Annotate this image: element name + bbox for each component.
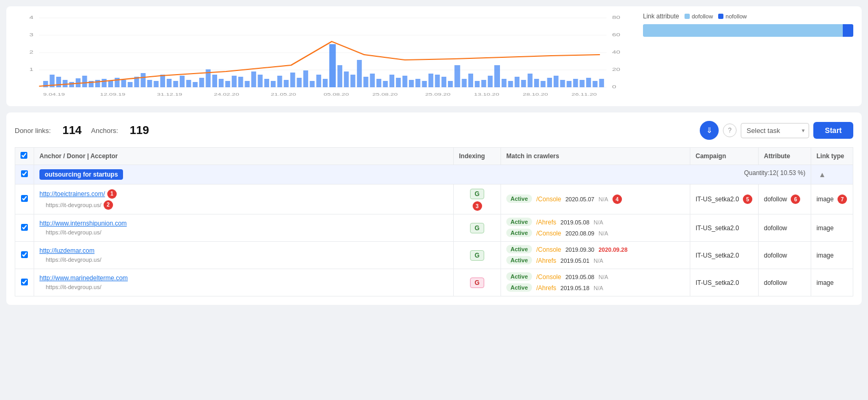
row3-url-main[interactable]: http://luzdemar.com	[39, 247, 95, 254]
svg-rect-93	[560, 80, 565, 87]
row2-url-sub: https://it-devgroup.us/	[46, 229, 101, 235]
row1-campaign: IT-US_setka2.0	[696, 196, 739, 203]
svg-rect-94	[567, 81, 571, 87]
dofollow-label: dofollow	[692, 13, 713, 19]
group-collapse-button[interactable]: ▲	[816, 170, 828, 179]
th-attribute: Attribute	[759, 148, 811, 165]
svg-rect-48	[264, 79, 269, 87]
svg-text:4: 4	[29, 15, 34, 20]
row2-active-badge-2: Active	[506, 229, 532, 237]
svg-rect-61	[351, 75, 355, 87]
download-button[interactable]: ⇓	[700, 121, 719, 140]
svg-rect-68	[396, 78, 401, 87]
row4-linktype-cell: image	[811, 269, 853, 296]
svg-rect-60	[344, 71, 349, 87]
row1-match-cell: Active /Console 2020.05.07 N/A 4	[501, 184, 690, 214]
svg-rect-24	[108, 81, 113, 87]
row4-na-1: N/A	[598, 274, 608, 280]
row1-badge-6: 6	[791, 194, 800, 204]
svg-text:0: 0	[612, 84, 616, 89]
row2-active-badge-1: Active	[506, 218, 532, 226]
row1-checkbox[interactable]	[21, 195, 28, 202]
svg-rect-81	[481, 80, 486, 87]
row4-active-badge-2: Active	[506, 283, 532, 292]
row4-g-badge-pink: G	[470, 278, 484, 288]
row4-anchor-cell: http://www.marinedelterme.com https://it…	[34, 269, 454, 296]
row1-url-main[interactable]: http://toeictrainers.com/	[39, 190, 105, 198]
bar-chart-container: 4 3 2 1 80 60 40 20 0	[15, 13, 632, 102]
svg-text:1: 1	[29, 67, 34, 72]
row4-attribute: dofollow	[764, 279, 787, 286]
select-all-checkbox[interactable]	[21, 152, 27, 159]
row3-match-cell: Active /Console 2019.09.30 2020.09.28 Ac…	[501, 242, 690, 269]
link-attribute-chart: Link attribute dofollow nofollow	[643, 13, 853, 102]
row2-attribute: dofollow	[764, 224, 787, 232]
svg-text:25.08.20: 25.08.20	[372, 92, 397, 96]
row2-crawler-ahrefs[interactable]: /Ahrefs	[536, 219, 556, 226]
row4-crawler-console[interactable]: /Console	[536, 273, 561, 281]
svg-rect-58	[329, 44, 335, 87]
row1-badge-2: 2	[104, 200, 113, 210]
select-task-dropdown[interactable]: Select task	[741, 123, 809, 138]
row4-checkbox[interactable]	[21, 279, 28, 285]
nofollow-color	[718, 14, 723, 19]
svg-text:25.09.20: 25.09.20	[425, 92, 451, 96]
row2-campaign: IT-US_setka2.0	[696, 224, 739, 232]
row3-checkbox[interactable]	[21, 251, 28, 258]
svg-rect-75	[442, 77, 446, 87]
svg-rect-30	[147, 80, 152, 87]
row1-badge-4: 4	[612, 194, 622, 204]
row3-active-badge-1: Active	[506, 245, 532, 253]
svg-text:9.04.19: 9.04.19	[43, 92, 65, 96]
group-header-row: outsourcing for startups Quantity:12( 10…	[15, 165, 853, 184]
group-quantity: Quantity:12( 10.53 %)	[744, 169, 805, 177]
svg-rect-41	[219, 79, 223, 87]
svg-rect-96	[580, 80, 585, 87]
row2-url-main[interactable]: http://www.internshipunion.com	[39, 220, 127, 227]
row3-crawler-console[interactable]: /Console	[536, 246, 561, 253]
group-checkbox-cell	[15, 165, 34, 184]
group-checkbox[interactable]	[21, 170, 28, 177]
svg-text:20: 20	[612, 67, 620, 72]
main-table-section: Donor links: 114 Anchors: 119 ⇓ ? Select…	[6, 112, 862, 305]
svg-rect-90	[540, 81, 545, 87]
row3-checkbox-cell	[15, 242, 34, 269]
row4-url-main[interactable]: http://www.marinedelterme.com	[39, 274, 128, 282]
row4-crawler-ahrefs[interactable]: /Ahrefs	[536, 284, 556, 292]
row2-checkbox[interactable]	[21, 224, 28, 231]
row3-crawler-ahrefs[interactable]: /Ahrefs	[536, 257, 556, 264]
table-head: Anchor / Donor | Acceptor Indexing Match…	[15, 148, 853, 165]
row4-checkbox-cell	[15, 269, 34, 296]
svg-rect-95	[573, 79, 578, 87]
svg-text:13.10.20: 13.10.20	[474, 92, 499, 96]
row1-indexing-cell: G 3	[454, 184, 501, 214]
row3-anchor-cell: http://luzdemar.com https://it-devgroup.…	[34, 242, 454, 269]
row1-anchor-cell: http://toeictrainers.com/ 1 https://it-d…	[34, 184, 454, 214]
row3-active-badge-2: Active	[506, 256, 532, 264]
svg-rect-23	[101, 79, 106, 87]
help-button[interactable]: ?	[723, 124, 737, 137]
row2-crawler-console[interactable]: /Console	[536, 230, 561, 237]
row1-crawler-link[interactable]: /Console	[536, 196, 561, 203]
row3-campaign: IT-US_setka2.0	[696, 252, 739, 259]
svg-rect-32	[160, 75, 165, 87]
svg-rect-54	[303, 70, 308, 87]
svg-rect-89	[534, 79, 539, 87]
legend-nofollow: nofollow	[718, 13, 747, 19]
svg-rect-71	[415, 79, 420, 87]
svg-rect-25	[115, 78, 119, 87]
row1-date: 2020.05.07	[565, 196, 594, 202]
donor-info: Donor links: 114 Anchors: 119	[15, 124, 149, 137]
svg-rect-47	[258, 75, 262, 87]
row4-date-1: 2019.05.08	[565, 274, 594, 280]
row1-na: N/A	[598, 196, 608, 202]
th-indexing: Indexing	[454, 148, 501, 165]
svg-rect-77	[454, 65, 460, 87]
select-task-wrapper[interactable]: Select task	[741, 123, 809, 138]
toolbar-right: ⇓ ? Select task Start	[700, 121, 853, 140]
start-button[interactable]: Start	[813, 122, 853, 139]
svg-rect-27	[128, 82, 132, 87]
svg-text:60: 60	[612, 32, 620, 37]
svg-rect-98	[593, 81, 597, 87]
svg-text:2: 2	[29, 49, 34, 55]
